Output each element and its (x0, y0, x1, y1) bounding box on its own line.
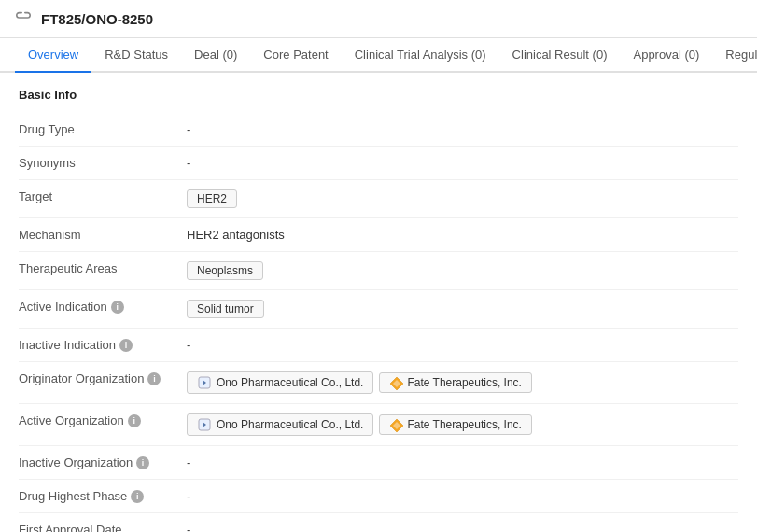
tab-regulation[interactable]: Regulation (0) (712, 38, 757, 73)
tab-deal[interactable]: Deal (0) (181, 38, 250, 73)
fate-icon-2 (389, 418, 402, 431)
value-first-approval-date: - (187, 523, 738, 532)
field-synonyms: Synonyms - (19, 147, 738, 180)
label-mechanism: Mechanism (19, 228, 187, 242)
tab-rd-status[interactable]: R&D Status (91, 38, 181, 73)
fate-icon-1 (389, 376, 402, 389)
tag-her2[interactable]: HER2 (187, 189, 237, 208)
tag-solid-tumor[interactable]: Solid tumor (187, 300, 264, 318)
label-drug-highest-phase: Drug Highest Phase i (19, 489, 187, 503)
ono-icon-1 (197, 375, 212, 390)
value-synonyms: - (187, 156, 738, 170)
value-drug-type: - (187, 122, 738, 136)
label-originator-org: Originator Organization i (19, 371, 187, 385)
value-therapeutic-areas: Neoplasms (187, 261, 738, 280)
tab-approval[interactable]: Approval (0) (620, 38, 712, 73)
info-icon-originator-org[interactable]: i (147, 372, 161, 385)
field-mechanism: Mechanism HER2 antagonists (19, 218, 738, 252)
label-active-org: Active Organization i (19, 413, 187, 427)
info-icon-active-org[interactable]: i (128, 414, 141, 427)
value-drug-highest-phase: - (187, 489, 738, 503)
value-active-org: Ono Pharmaceutical Co., Ltd. Fate Therap… (187, 413, 738, 436)
org-tag-ono-2[interactable]: Ono Pharmaceutical Co., Ltd. (187, 413, 373, 436)
field-first-approval-date: First Approval Date - (19, 513, 738, 532)
label-therapeutic-areas: Therapeutic Areas (19, 261, 187, 275)
label-first-approval-date: First Approval Date (19, 523, 187, 532)
nav-tabs: Overview R&D Status Deal (0) Core Patent… (0, 38, 757, 73)
value-mechanism: HER2 antagonists (187, 228, 738, 242)
tab-clinical-result[interactable]: Clinical Result (0) (499, 38, 621, 73)
tab-clinical-trial[interactable]: Clinical Trial Analysis (0) (342, 38, 499, 73)
org-tag-fate-2[interactable]: Fate Therapeutics, Inc. (379, 414, 532, 435)
info-icon-drug-highest-phase[interactable]: i (131, 490, 144, 503)
section-title: Basic Info (19, 88, 738, 102)
info-icon-inactive-indication[interactable]: i (119, 339, 133, 352)
org-tag-fate-1[interactable]: Fate Therapeutics, Inc. (379, 372, 532, 393)
field-inactive-org: Inactive Organization i - (19, 446, 738, 480)
label-active-indication: Active Indication i (19, 300, 187, 314)
value-active-indication: Solid tumor (187, 300, 738, 318)
label-drug-type: Drug Type (19, 122, 187, 136)
info-icon-active-indication[interactable]: i (111, 301, 124, 314)
ono-icon-2 (197, 417, 212, 432)
field-target: Target HER2 (19, 180, 738, 218)
field-drug-type: Drug Type - (19, 113, 738, 147)
field-drug-highest-phase: Drug Highest Phase i - (19, 480, 738, 513)
value-inactive-org: - (187, 455, 738, 469)
label-inactive-org: Inactive Organization i (19, 455, 187, 469)
value-target: HER2 (187, 189, 738, 208)
field-active-org: Active Organization i Ono Pharmaceutical… (19, 404, 738, 446)
main-content: Basic Info Drug Type - Synonyms - Target… (0, 73, 757, 532)
page-header: FT825/ONO-8250 (0, 0, 757, 38)
field-inactive-indication: Inactive Indication i - (19, 329, 738, 362)
value-inactive-indication: - (187, 338, 738, 352)
value-originator-org: Ono Pharmaceutical Co., Ltd. Fate Therap… (187, 371, 738, 394)
info-icon-inactive-org[interactable]: i (136, 456, 149, 469)
field-active-indication: Active Indication i Solid tumor (19, 290, 738, 329)
tag-neoplasms[interactable]: Neoplasms (187, 261, 263, 280)
tab-core-patent[interactable]: Core Patent (250, 38, 341, 73)
label-synonyms: Synonyms (19, 156, 187, 170)
org-tag-ono-1[interactable]: Ono Pharmaceutical Co., Ltd. (187, 371, 373, 394)
field-originator-org: Originator Organization i Ono Pharmaceut… (19, 362, 738, 404)
tab-overview[interactable]: Overview (15, 38, 91, 73)
field-therapeutic-areas: Therapeutic Areas Neoplasms (19, 252, 738, 290)
label-inactive-indication: Inactive Indication i (19, 338, 187, 352)
page-title: FT825/ONO-8250 (41, 11, 153, 27)
link-icon (15, 9, 34, 28)
label-target: Target (19, 189, 187, 203)
